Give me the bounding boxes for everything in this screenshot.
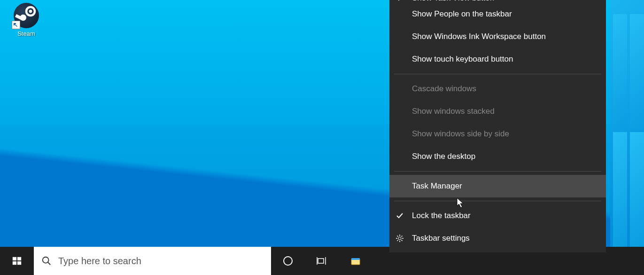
task-view-icon xyxy=(316,255,327,267)
svg-point-3 xyxy=(398,237,401,240)
menu-item-cascade-windows: Cascade windows xyxy=(389,78,606,100)
menu-item-stack-windows: Show windows stacked xyxy=(389,100,606,123)
search-placeholder: Type here to search xyxy=(58,256,141,267)
svg-rect-5 xyxy=(17,257,21,260)
menu-separator xyxy=(394,201,601,201)
task-view-button[interactable] xyxy=(305,247,339,275)
svg-rect-7 xyxy=(17,261,21,265)
svg-point-10 xyxy=(284,257,292,265)
steam-icon xyxy=(14,3,39,28)
svg-point-8 xyxy=(43,257,49,263)
taskbar-search[interactable]: Type here to search xyxy=(34,247,271,275)
cortana-icon xyxy=(282,255,294,267)
windows-logo-icon xyxy=(12,256,22,266)
menu-item-show-touch-keyboard[interactable]: Show touch keyboard button xyxy=(389,48,606,71)
desktop-icon-label: Steam xyxy=(8,30,44,37)
wallpaper-window-glyph xyxy=(610,0,644,247)
menu-separator xyxy=(394,74,601,74)
menu-item-taskbar-settings[interactable]: Taskbar settings xyxy=(389,227,606,250)
menu-separator xyxy=(394,171,601,172)
menu-item-show-ink-workspace[interactable]: Show Windows Ink Workspace button xyxy=(389,25,606,48)
svg-rect-6 xyxy=(13,261,16,265)
svg-line-9 xyxy=(48,262,51,265)
gear-icon xyxy=(395,234,404,243)
search-icon xyxy=(41,256,52,266)
shortcut-arrow-icon xyxy=(12,21,20,29)
svg-point-2 xyxy=(29,10,32,13)
svg-rect-11 xyxy=(318,259,324,263)
file-explorer-button[interactable] xyxy=(339,247,372,275)
start-button[interactable] xyxy=(0,247,34,275)
menu-item-lock-taskbar[interactable]: Lock the taskbar xyxy=(389,204,606,227)
taskbar-context-menu: Show Task View button Show People on the… xyxy=(389,0,606,252)
svg-rect-15 xyxy=(351,258,360,260)
svg-rect-4 xyxy=(13,257,16,260)
check-icon xyxy=(395,211,404,220)
menu-item-task-manager[interactable]: Task Manager xyxy=(389,175,606,197)
folder-icon xyxy=(350,255,361,267)
menu-item-side-by-side: Show windows side by side xyxy=(389,123,606,145)
menu-item-show-people[interactable]: Show People on the taskbar xyxy=(389,3,606,25)
menu-item-show-desktop[interactable]: Show the desktop xyxy=(389,145,606,168)
desktop-icon-steam[interactable]: Steam xyxy=(8,3,44,37)
cortana-button[interactable] xyxy=(271,247,305,275)
